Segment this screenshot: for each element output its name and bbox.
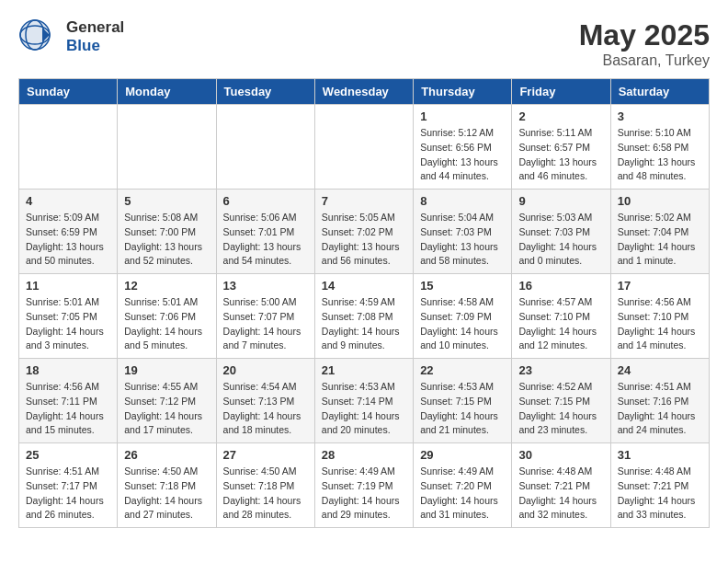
calendar-cell: 13Sunrise: 5:00 AMSunset: 7:07 PMDayligh…	[216, 274, 314, 359]
day-info: Sunrise: 5:05 AMSunset: 7:02 PMDaylight:…	[322, 211, 406, 269]
day-info: Sunrise: 4:52 AMSunset: 7:15 PMDaylight:…	[518, 380, 603, 438]
calendar-cell: 9Sunrise: 5:03 AMSunset: 7:03 PMDaylight…	[512, 190, 610, 274]
calendar-cell	[118, 105, 216, 190]
day-number: 27	[223, 448, 308, 462]
day-number: 16	[518, 279, 603, 293]
calendar-cell: 14Sunrise: 4:59 AMSunset: 7:08 PMDayligh…	[314, 274, 413, 359]
day-info: Sunrise: 5:11 AMSunset: 6:57 PMDaylight:…	[518, 126, 603, 184]
day-number: 1	[420, 109, 505, 123]
calendar-week-row: 25Sunrise: 4:51 AMSunset: 7:17 PMDayligh…	[19, 443, 710, 528]
day-number: 22	[420, 363, 505, 377]
day-number: 21	[322, 363, 406, 377]
day-number: 29	[420, 448, 505, 462]
day-info: Sunrise: 5:01 AMSunset: 7:06 PMDaylight:…	[124, 295, 209, 353]
calendar-cell: 16Sunrise: 4:57 AMSunset: 7:10 PMDayligh…	[512, 274, 610, 359]
day-number: 30	[518, 448, 603, 462]
calendar-title: May 2025	[579, 18, 710, 52]
day-info: Sunrise: 4:53 AMSunset: 7:15 PMDaylight:…	[420, 380, 505, 438]
calendar-cell: 22Sunrise: 4:53 AMSunset: 7:15 PMDayligh…	[414, 359, 512, 443]
day-info: Sunrise: 4:48 AMSunset: 7:21 PMDaylight:…	[518, 465, 603, 523]
calendar-cell: 2Sunrise: 5:11 AMSunset: 6:57 PMDaylight…	[512, 105, 610, 190]
day-info: Sunrise: 4:54 AMSunset: 7:13 PMDaylight:…	[223, 380, 308, 438]
day-info: Sunrise: 4:50 AMSunset: 7:18 PMDaylight:…	[124, 465, 209, 523]
calendar-cell: 17Sunrise: 4:56 AMSunset: 7:10 PMDayligh…	[610, 274, 709, 359]
day-info: Sunrise: 5:08 AMSunset: 7:00 PMDaylight:…	[124, 211, 209, 269]
logo: General Blue	[18, 18, 124, 55]
day-number: 2	[518, 109, 603, 123]
weekday-header: Saturday	[610, 79, 709, 105]
calendar-cell: 30Sunrise: 4:48 AMSunset: 7:21 PMDayligh…	[512, 443, 610, 528]
calendar-week-row: 4Sunrise: 5:09 AMSunset: 6:59 PMDaylight…	[19, 190, 710, 274]
calendar-cell: 26Sunrise: 4:50 AMSunset: 7:18 PMDayligh…	[118, 443, 216, 528]
day-info: Sunrise: 5:04 AMSunset: 7:03 PMDaylight:…	[420, 211, 505, 269]
day-number: 7	[322, 194, 406, 208]
day-info: Sunrise: 5:03 AMSunset: 7:03 PMDaylight:…	[518, 211, 603, 269]
day-number: 26	[124, 448, 209, 462]
weekday-header: Sunday	[19, 79, 118, 105]
day-number: 4	[26, 194, 110, 208]
calendar-cell	[216, 105, 314, 190]
calendar-cell: 25Sunrise: 4:51 AMSunset: 7:17 PMDayligh…	[19, 443, 118, 528]
day-info: Sunrise: 4:55 AMSunset: 7:12 PMDaylight:…	[124, 380, 209, 438]
day-number: 25	[26, 448, 110, 462]
day-info: Sunrise: 4:56 AMSunset: 7:11 PMDaylight:…	[26, 380, 110, 438]
day-number: 9	[518, 194, 603, 208]
weekday-header: Monday	[118, 79, 216, 105]
day-info: Sunrise: 5:10 AMSunset: 6:58 PMDaylight:…	[618, 126, 702, 184]
day-number: 31	[618, 448, 702, 462]
day-info: Sunrise: 5:09 AMSunset: 6:59 PMDaylight:…	[26, 211, 110, 269]
day-number: 6	[223, 194, 308, 208]
day-number: 10	[618, 194, 702, 208]
day-number: 13	[223, 279, 308, 293]
day-info: Sunrise: 4:53 AMSunset: 7:14 PMDaylight:…	[322, 380, 406, 438]
day-info: Sunrise: 5:02 AMSunset: 7:04 PMDaylight:…	[618, 211, 702, 269]
day-info: Sunrise: 4:50 AMSunset: 7:18 PMDaylight:…	[223, 465, 308, 523]
day-number: 8	[420, 194, 505, 208]
calendar-table: SundayMondayTuesdayWednesdayThursdayFrid…	[18, 78, 710, 528]
calendar-cell: 12Sunrise: 5:01 AMSunset: 7:06 PMDayligh…	[118, 274, 216, 359]
day-number: 3	[618, 109, 702, 123]
day-number: 14	[322, 279, 406, 293]
day-info: Sunrise: 4:57 AMSunset: 7:10 PMDaylight:…	[518, 295, 603, 353]
weekday-header: Friday	[512, 79, 610, 105]
calendar-cell: 4Sunrise: 5:09 AMSunset: 6:59 PMDaylight…	[19, 190, 118, 274]
calendar-cell: 10Sunrise: 5:02 AMSunset: 7:04 PMDayligh…	[610, 190, 709, 274]
day-info: Sunrise: 4:59 AMSunset: 7:08 PMDaylight:…	[322, 295, 406, 353]
calendar-cell: 19Sunrise: 4:55 AMSunset: 7:12 PMDayligh…	[118, 359, 216, 443]
calendar-week-row: 18Sunrise: 4:56 AMSunset: 7:11 PMDayligh…	[19, 359, 710, 443]
calendar-cell: 24Sunrise: 4:51 AMSunset: 7:16 PMDayligh…	[610, 359, 709, 443]
day-number: 24	[618, 363, 702, 377]
day-number: 17	[618, 279, 702, 293]
calendar-cell: 29Sunrise: 4:49 AMSunset: 7:20 PMDayligh…	[414, 443, 512, 528]
day-info: Sunrise: 5:01 AMSunset: 7:05 PMDaylight:…	[26, 295, 110, 353]
calendar-cell	[19, 105, 118, 190]
day-number: 12	[124, 279, 209, 293]
day-info: Sunrise: 4:51 AMSunset: 7:16 PMDaylight:…	[618, 380, 702, 438]
day-info: Sunrise: 4:49 AMSunset: 7:20 PMDaylight:…	[420, 465, 505, 523]
weekday-header: Thursday	[414, 79, 512, 105]
day-info: Sunrise: 5:06 AMSunset: 7:01 PMDaylight:…	[223, 211, 308, 269]
calendar-cell: 1Sunrise: 5:12 AMSunset: 6:56 PMDaylight…	[414, 105, 512, 190]
day-info: Sunrise: 5:00 AMSunset: 7:07 PMDaylight:…	[223, 295, 308, 353]
weekday-header-row: SundayMondayTuesdayWednesdayThursdayFrid…	[19, 79, 710, 105]
calendar-cell: 3Sunrise: 5:10 AMSunset: 6:58 PMDaylight…	[610, 105, 709, 190]
page-header: General Blue May 2025 Basaran, Turkey	[18, 18, 710, 69]
calendar-cell: 28Sunrise: 4:49 AMSunset: 7:19 PMDayligh…	[314, 443, 413, 528]
calendar-cell: 31Sunrise: 4:48 AMSunset: 7:21 PMDayligh…	[610, 443, 709, 528]
weekday-header: Wednesday	[314, 79, 413, 105]
calendar-cell: 11Sunrise: 5:01 AMSunset: 7:05 PMDayligh…	[19, 274, 118, 359]
calendar-cell: 23Sunrise: 4:52 AMSunset: 7:15 PMDayligh…	[512, 359, 610, 443]
calendar-cell: 5Sunrise: 5:08 AMSunset: 7:00 PMDaylight…	[118, 190, 216, 274]
day-number: 23	[518, 363, 603, 377]
calendar-cell: 15Sunrise: 4:58 AMSunset: 7:09 PMDayligh…	[414, 274, 512, 359]
day-number: 5	[124, 194, 209, 208]
logo-blue: Blue	[66, 37, 100, 54]
day-number: 11	[26, 279, 110, 293]
day-info: Sunrise: 4:48 AMSunset: 7:21 PMDaylight:…	[618, 465, 702, 523]
day-number: 18	[26, 363, 110, 377]
calendar-cell	[314, 105, 413, 190]
calendar-cell: 6Sunrise: 5:06 AMSunset: 7:01 PMDaylight…	[216, 190, 314, 274]
calendar-cell: 20Sunrise: 4:54 AMSunset: 7:13 PMDayligh…	[216, 359, 314, 443]
day-info: Sunrise: 4:49 AMSunset: 7:19 PMDaylight:…	[322, 465, 406, 523]
logo-icon	[18, 18, 51, 52]
